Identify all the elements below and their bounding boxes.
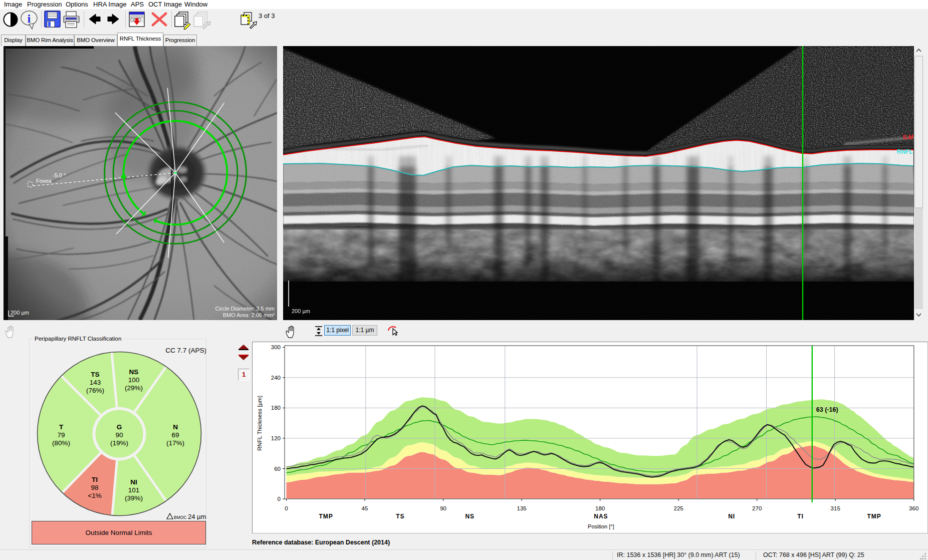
svg-text:90: 90 [440, 505, 446, 511]
svg-text:TMP: TMP [867, 513, 881, 520]
svg-text:200 µm: 200 µm [292, 308, 310, 314]
svg-text:BMO Area: 2.06 mm²: BMO Area: 2.06 mm² [223, 312, 275, 318]
svg-text:98: 98 [91, 484, 98, 491]
svg-text:Fovea: Fovea [36, 178, 52, 184]
svg-text:TMP: TMP [319, 513, 333, 520]
svg-text:225: 225 [674, 505, 683, 511]
svg-text:<1%: <1% [88, 492, 101, 499]
svg-text:200 µm: 200 µm [11, 310, 29, 316]
svg-text:NI: NI [728, 513, 735, 520]
svg-text:300: 300 [271, 344, 281, 350]
svg-text:63 (-16): 63 (-16) [816, 406, 838, 413]
svg-text:(17%): (17%) [166, 439, 184, 447]
svg-text:NS: NS [129, 368, 139, 376]
svg-text:TI: TI [92, 476, 98, 483]
svg-text:i: i [28, 13, 31, 25]
svg-text:CC 7.7 (APS): CC 7.7 (APS) [165, 347, 206, 354]
svg-text:69: 69 [171, 431, 179, 439]
svg-text:TS: TS [91, 371, 99, 378]
svg-text:(80%): (80%) [52, 439, 70, 447]
svg-text:90: 90 [115, 431, 123, 439]
svg-text:BMOC: BMOC [174, 515, 187, 520]
svg-text:RNFL: RNFL [897, 148, 913, 155]
svg-text:143: 143 [90, 379, 101, 386]
svg-text:0: 0 [278, 496, 281, 502]
svg-text:120: 120 [271, 435, 281, 441]
svg-text:3 of 3: 3 of 3 [259, 12, 275, 20]
svg-text:G: G [117, 423, 122, 431]
svg-text:ILM: ILM [903, 134, 913, 141]
svg-text:45: 45 [362, 505, 368, 511]
svg-text:180: 180 [271, 405, 281, 411]
svg-text:RNFL Thickness [µm]: RNFL Thickness [µm] [257, 396, 263, 451]
svg-text:360: 360 [909, 505, 918, 511]
svg-text:180: 180 [595, 505, 605, 511]
svg-text:NAS: NAS [594, 513, 608, 520]
svg-text:0: 0 [285, 505, 288, 511]
svg-text:Circle Diameter: 3.5 mm: Circle Diameter: 3.5 mm [215, 306, 275, 312]
svg-text:TS: TS [396, 513, 404, 520]
svg-text:TI: TI [797, 513, 804, 520]
svg-text:(19%): (19%) [110, 439, 128, 447]
svg-text:T: T [59, 423, 64, 431]
svg-text:NI: NI [130, 478, 137, 486]
svg-text:315: 315 [831, 505, 840, 511]
svg-text:Position [°]: Position [°] [588, 523, 614, 529]
svg-text:60: 60 [274, 466, 281, 472]
svg-text:240: 240 [271, 375, 281, 381]
svg-text:NS: NS [465, 513, 475, 520]
svg-text:(39%): (39%) [125, 494, 143, 502]
svg-text:-5.0 °: -5.0 ° [53, 172, 66, 178]
svg-text:100: 100 [128, 376, 140, 384]
svg-text:N: N [173, 423, 178, 431]
svg-text:(29%): (29%) [125, 384, 143, 392]
svg-text:135: 135 [517, 505, 527, 511]
svg-text:101: 101 [128, 486, 140, 494]
svg-text:270: 270 [752, 505, 762, 511]
svg-text:(76%): (76%) [86, 387, 104, 394]
svg-text:24 µm: 24 µm [188, 513, 206, 520]
svg-text:79: 79 [57, 431, 65, 439]
